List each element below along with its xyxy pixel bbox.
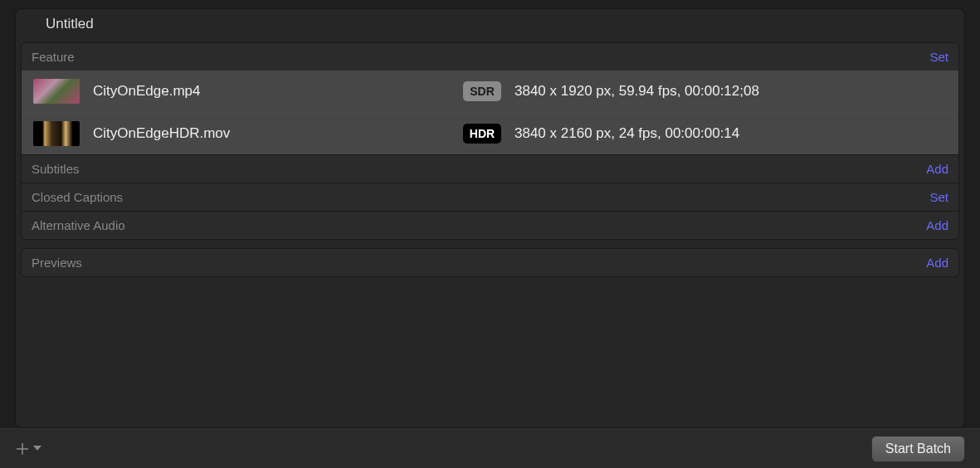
feature-set-button[interactable]: Set: [929, 50, 948, 64]
file-info: 3840 x 2160 px, 24 fps, 00:00:00:14: [514, 125, 739, 142]
plus-icon: [15, 441, 30, 456]
feature-file-row[interactable]: CityOnEdgeHDR.mov HDR 3840 x 2160 px, 24…: [22, 112, 958, 154]
feature-header: Feature Set: [22, 43, 958, 71]
file-thumbnail: [33, 79, 80, 104]
alternative-audio-add-button[interactable]: Add: [926, 218, 948, 232]
batch-panel: Untitled Feature Set CityOnEdge.mp4 SDR …: [15, 8, 965, 428]
hdr-badge: HDR: [463, 124, 501, 144]
feature-section: Feature Set CityOnEdge.mp4 SDR 3840 x 19…: [21, 42, 959, 240]
closed-captions-label: Closed Captions: [32, 190, 123, 204]
file-name: CityOnEdgeHDR.mov: [93, 125, 450, 142]
previews-label: Previews: [32, 256, 82, 270]
previews-section: Previews Add: [21, 248, 959, 277]
start-batch-button[interactable]: Start Batch: [871, 436, 965, 462]
feature-label: Feature: [32, 50, 75, 64]
alternative-audio-header: Alternative Audio Add: [22, 211, 958, 239]
file-thumbnail: [33, 121, 80, 146]
add-menu-button[interactable]: [15, 441, 41, 456]
feature-file-list: CityOnEdge.mp4 SDR 3840 x 1920 px, 59.94…: [22, 71, 958, 154]
subtitles-add-button[interactable]: Add: [926, 162, 948, 176]
previews-add-button[interactable]: Add: [926, 256, 948, 270]
subtitles-label: Subtitles: [32, 162, 80, 176]
previews-header: Previews Add: [22, 249, 958, 276]
sdr-badge: SDR: [463, 81, 501, 101]
file-info: 3840 x 1920 px, 59.94 fps, 00:00:12;08: [514, 83, 759, 100]
chevron-down-icon: [33, 444, 41, 453]
subtitles-header: Subtitles Add: [22, 154, 958, 183]
svg-marker-2: [33, 446, 41, 451]
batch-title: Untitled: [16, 9, 964, 37]
feature-file-row[interactable]: CityOnEdge.mp4 SDR 3840 x 1920 px, 59.94…: [22, 71, 958, 112]
closed-captions-set-button[interactable]: Set: [929, 190, 948, 204]
closed-captions-header: Closed Captions Set: [22, 183, 958, 211]
alternative-audio-label: Alternative Audio: [32, 218, 125, 232]
file-name: CityOnEdge.mp4: [93, 83, 450, 100]
bottom-toolbar: Start Batch: [0, 428, 980, 468]
